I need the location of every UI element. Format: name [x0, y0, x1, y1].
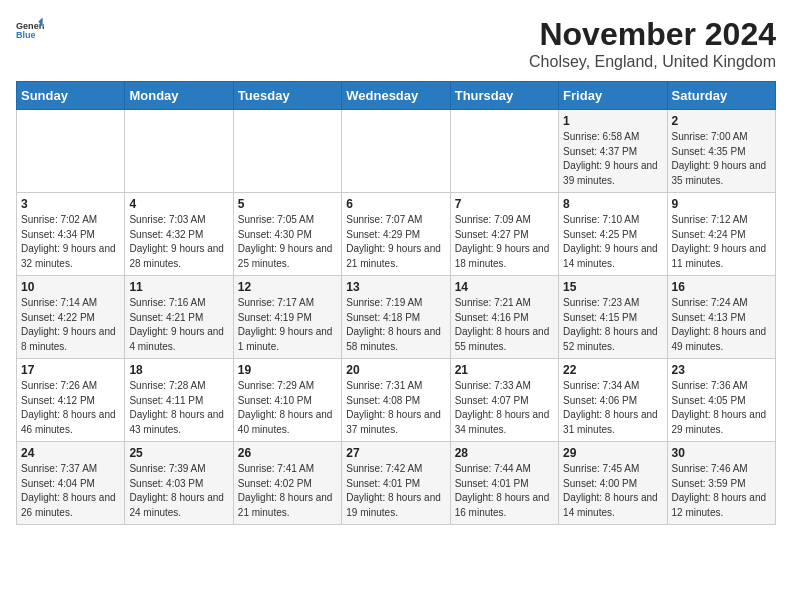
- day-number: 7: [455, 197, 554, 211]
- calendar-cell: 25Sunrise: 7:39 AM Sunset: 4:03 PM Dayli…: [125, 442, 233, 525]
- day-info: Sunrise: 7:05 AM Sunset: 4:30 PM Dayligh…: [238, 213, 337, 271]
- day-header-friday: Friday: [559, 82, 667, 110]
- day-info: Sunrise: 7:00 AM Sunset: 4:35 PM Dayligh…: [672, 130, 771, 188]
- calendar-cell: 23Sunrise: 7:36 AM Sunset: 4:05 PM Dayli…: [667, 359, 775, 442]
- week-row-1: 3Sunrise: 7:02 AM Sunset: 4:34 PM Daylig…: [17, 193, 776, 276]
- day-info: Sunrise: 6:58 AM Sunset: 4:37 PM Dayligh…: [563, 130, 662, 188]
- day-info: Sunrise: 7:19 AM Sunset: 4:18 PM Dayligh…: [346, 296, 445, 354]
- day-header-monday: Monday: [125, 82, 233, 110]
- calendar-cell: 13Sunrise: 7:19 AM Sunset: 4:18 PM Dayli…: [342, 276, 450, 359]
- calendar-cell: 16Sunrise: 7:24 AM Sunset: 4:13 PM Dayli…: [667, 276, 775, 359]
- page-title: November 2024: [529, 16, 776, 53]
- logo: General Blue: [16, 16, 44, 44]
- day-number: 21: [455, 363, 554, 377]
- calendar-cell: 3Sunrise: 7:02 AM Sunset: 4:34 PM Daylig…: [17, 193, 125, 276]
- day-number: 5: [238, 197, 337, 211]
- day-number: 23: [672, 363, 771, 377]
- calendar-cell: [233, 110, 341, 193]
- day-number: 29: [563, 446, 662, 460]
- day-number: 15: [563, 280, 662, 294]
- day-number: 28: [455, 446, 554, 460]
- calendar-cell: 10Sunrise: 7:14 AM Sunset: 4:22 PM Dayli…: [17, 276, 125, 359]
- calendar-cell: 11Sunrise: 7:16 AM Sunset: 4:21 PM Dayli…: [125, 276, 233, 359]
- calendar-cell: 18Sunrise: 7:28 AM Sunset: 4:11 PM Dayli…: [125, 359, 233, 442]
- calendar-cell: 28Sunrise: 7:44 AM Sunset: 4:01 PM Dayli…: [450, 442, 558, 525]
- day-number: 11: [129, 280, 228, 294]
- day-info: Sunrise: 7:17 AM Sunset: 4:19 PM Dayligh…: [238, 296, 337, 354]
- day-number: 27: [346, 446, 445, 460]
- day-info: Sunrise: 7:26 AM Sunset: 4:12 PM Dayligh…: [21, 379, 120, 437]
- day-info: Sunrise: 7:41 AM Sunset: 4:02 PM Dayligh…: [238, 462, 337, 520]
- day-number: 9: [672, 197, 771, 211]
- day-header-thursday: Thursday: [450, 82, 558, 110]
- calendar-cell: 26Sunrise: 7:41 AM Sunset: 4:02 PM Dayli…: [233, 442, 341, 525]
- day-info: Sunrise: 7:31 AM Sunset: 4:08 PM Dayligh…: [346, 379, 445, 437]
- day-info: Sunrise: 7:46 AM Sunset: 3:59 PM Dayligh…: [672, 462, 771, 520]
- calendar-cell: 20Sunrise: 7:31 AM Sunset: 4:08 PM Dayli…: [342, 359, 450, 442]
- day-header-sunday: Sunday: [17, 82, 125, 110]
- calendar-cell: 7Sunrise: 7:09 AM Sunset: 4:27 PM Daylig…: [450, 193, 558, 276]
- calendar-cell: 1Sunrise: 6:58 AM Sunset: 4:37 PM Daylig…: [559, 110, 667, 193]
- day-number: 20: [346, 363, 445, 377]
- day-info: Sunrise: 7:29 AM Sunset: 4:10 PM Dayligh…: [238, 379, 337, 437]
- title-area: November 2024 Cholsey, England, United K…: [529, 16, 776, 71]
- day-number: 1: [563, 114, 662, 128]
- day-info: Sunrise: 7:24 AM Sunset: 4:13 PM Dayligh…: [672, 296, 771, 354]
- week-row-3: 17Sunrise: 7:26 AM Sunset: 4:12 PM Dayli…: [17, 359, 776, 442]
- calendar-cell: 22Sunrise: 7:34 AM Sunset: 4:06 PM Dayli…: [559, 359, 667, 442]
- day-info: Sunrise: 7:02 AM Sunset: 4:34 PM Dayligh…: [21, 213, 120, 271]
- day-info: Sunrise: 7:39 AM Sunset: 4:03 PM Dayligh…: [129, 462, 228, 520]
- day-number: 2: [672, 114, 771, 128]
- day-info: Sunrise: 7:12 AM Sunset: 4:24 PM Dayligh…: [672, 213, 771, 271]
- calendar-cell: 17Sunrise: 7:26 AM Sunset: 4:12 PM Dayli…: [17, 359, 125, 442]
- day-number: 19: [238, 363, 337, 377]
- day-number: 12: [238, 280, 337, 294]
- calendar-cell: 8Sunrise: 7:10 AM Sunset: 4:25 PM Daylig…: [559, 193, 667, 276]
- day-info: Sunrise: 7:21 AM Sunset: 4:16 PM Dayligh…: [455, 296, 554, 354]
- day-info: Sunrise: 7:28 AM Sunset: 4:11 PM Dayligh…: [129, 379, 228, 437]
- calendar-table: SundayMondayTuesdayWednesdayThursdayFrid…: [16, 81, 776, 525]
- day-info: Sunrise: 7:36 AM Sunset: 4:05 PM Dayligh…: [672, 379, 771, 437]
- day-number: 3: [21, 197, 120, 211]
- day-number: 4: [129, 197, 228, 211]
- day-number: 18: [129, 363, 228, 377]
- day-info: Sunrise: 7:10 AM Sunset: 4:25 PM Dayligh…: [563, 213, 662, 271]
- calendar-cell: 9Sunrise: 7:12 AM Sunset: 4:24 PM Daylig…: [667, 193, 775, 276]
- svg-text:Blue: Blue: [16, 30, 36, 40]
- calendar-cell: 12Sunrise: 7:17 AM Sunset: 4:19 PM Dayli…: [233, 276, 341, 359]
- page-subtitle: Cholsey, England, United Kingdom: [529, 53, 776, 71]
- day-info: Sunrise: 7:14 AM Sunset: 4:22 PM Dayligh…: [21, 296, 120, 354]
- calendar-cell: 2Sunrise: 7:00 AM Sunset: 4:35 PM Daylig…: [667, 110, 775, 193]
- day-number: 13: [346, 280, 445, 294]
- calendar-cell: 29Sunrise: 7:45 AM Sunset: 4:00 PM Dayli…: [559, 442, 667, 525]
- logo-icon: General Blue: [16, 16, 44, 44]
- day-header-saturday: Saturday: [667, 82, 775, 110]
- calendar-cell: 6Sunrise: 7:07 AM Sunset: 4:29 PM Daylig…: [342, 193, 450, 276]
- day-header-tuesday: Tuesday: [233, 82, 341, 110]
- day-info: Sunrise: 7:42 AM Sunset: 4:01 PM Dayligh…: [346, 462, 445, 520]
- day-number: 6: [346, 197, 445, 211]
- day-number: 26: [238, 446, 337, 460]
- day-info: Sunrise: 7:44 AM Sunset: 4:01 PM Dayligh…: [455, 462, 554, 520]
- day-info: Sunrise: 7:07 AM Sunset: 4:29 PM Dayligh…: [346, 213, 445, 271]
- day-info: Sunrise: 7:34 AM Sunset: 4:06 PM Dayligh…: [563, 379, 662, 437]
- day-number: 10: [21, 280, 120, 294]
- week-row-0: 1Sunrise: 6:58 AM Sunset: 4:37 PM Daylig…: [17, 110, 776, 193]
- day-info: Sunrise: 7:37 AM Sunset: 4:04 PM Dayligh…: [21, 462, 120, 520]
- day-number: 22: [563, 363, 662, 377]
- calendar-cell: 27Sunrise: 7:42 AM Sunset: 4:01 PM Dayli…: [342, 442, 450, 525]
- day-info: Sunrise: 7:45 AM Sunset: 4:00 PM Dayligh…: [563, 462, 662, 520]
- day-header-wednesday: Wednesday: [342, 82, 450, 110]
- day-info: Sunrise: 7:16 AM Sunset: 4:21 PM Dayligh…: [129, 296, 228, 354]
- day-info: Sunrise: 7:23 AM Sunset: 4:15 PM Dayligh…: [563, 296, 662, 354]
- calendar-cell: [450, 110, 558, 193]
- day-number: 17: [21, 363, 120, 377]
- calendar-cell: [342, 110, 450, 193]
- calendar-cell: 4Sunrise: 7:03 AM Sunset: 4:32 PM Daylig…: [125, 193, 233, 276]
- day-info: Sunrise: 7:03 AM Sunset: 4:32 PM Dayligh…: [129, 213, 228, 271]
- calendar-cell: 14Sunrise: 7:21 AM Sunset: 4:16 PM Dayli…: [450, 276, 558, 359]
- day-number: 14: [455, 280, 554, 294]
- day-info: Sunrise: 7:09 AM Sunset: 4:27 PM Dayligh…: [455, 213, 554, 271]
- week-row-4: 24Sunrise: 7:37 AM Sunset: 4:04 PM Dayli…: [17, 442, 776, 525]
- calendar-cell: 24Sunrise: 7:37 AM Sunset: 4:04 PM Dayli…: [17, 442, 125, 525]
